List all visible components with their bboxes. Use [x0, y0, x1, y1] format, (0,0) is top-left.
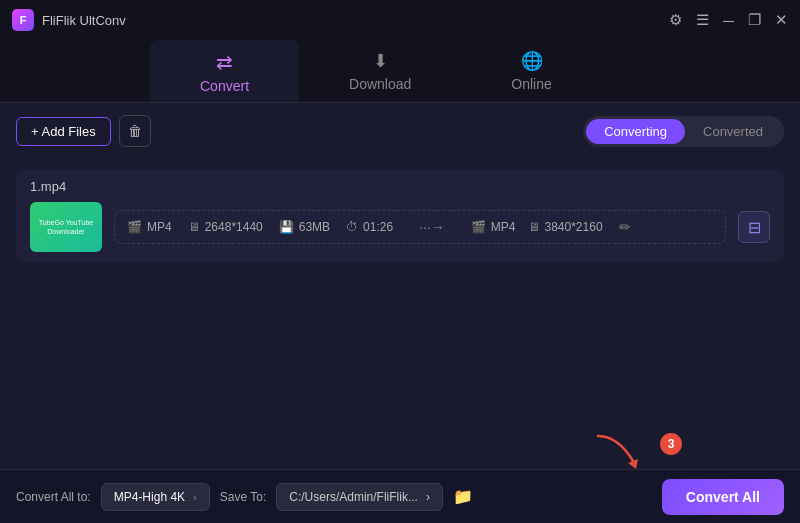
app-logo: F [12, 9, 34, 31]
output-meta: 🎬 MP4 🖥 3840*2160 ✏ [471, 219, 631, 235]
format-value: MP4-High 4K [114, 490, 185, 504]
logo-text: F [20, 14, 27, 26]
duration-icon: ⏱ [346, 220, 358, 234]
app-title: FliFlik UltConv [42, 13, 126, 28]
source-resolution: 🖥 2648*1440 [188, 220, 263, 234]
converted-label: Converted [703, 124, 763, 139]
bottom-bar: Convert All to: MP4-High 4K › Save To: C… [0, 469, 800, 523]
convert-tab-icon: ⇄ [216, 50, 233, 74]
close-icon[interactable]: ✕ [775, 11, 788, 29]
chevron-down-icon: › [193, 491, 197, 503]
source-size: 💾 63MB [279, 220, 330, 234]
pill-converting[interactable]: Converting [586, 119, 685, 144]
output-resolution-icon: 🖥 [528, 220, 540, 234]
tab-online[interactable]: 🌐 Online [461, 40, 601, 102]
tab-convert[interactable]: ⇄ Convert [150, 40, 299, 102]
size-icon: 💾 [279, 220, 294, 234]
edit-output-button[interactable]: ✏ [619, 219, 631, 235]
tab-download[interactable]: ⬇ Download [299, 40, 461, 102]
minimize-icon[interactable]: ─ [723, 12, 734, 29]
source-duration-value: 01:26 [363, 220, 393, 234]
online-tab-label: Online [511, 76, 551, 92]
file-thumbnail: TubeGo YouTube Downloader [30, 202, 102, 252]
output-format: 🎬 MP4 [471, 220, 516, 234]
online-tab-icon: 🌐 [521, 50, 543, 72]
save-path-chevron: › [426, 490, 430, 504]
folder-icon: 📁 [453, 488, 473, 505]
source-resolution-value: 2648*1440 [205, 220, 263, 234]
file-list: 1.mp4 TubeGo YouTube Downloader 🎬 MP4 🖥 … [0, 159, 800, 272]
converting-label: Converting [604, 124, 667, 139]
convert-all-label: Convert All [686, 489, 760, 505]
output-resolution-value: 3840*2160 [545, 220, 603, 234]
toolbar: + Add Files 🗑 Converting Converted [0, 103, 800, 159]
file-meta-box: 🎬 MP4 🖥 2648*1440 💾 63MB ⏱ 01:26 ·· [114, 210, 726, 244]
arrow-icon: ···→ [419, 219, 445, 235]
toolbar-left: + Add Files 🗑 [16, 115, 151, 147]
output-format-icon: 🎬 [471, 220, 486, 234]
pill-converted[interactable]: Converted [685, 119, 781, 144]
save-to-label: Save To: [220, 490, 266, 504]
restore-icon[interactable]: ❐ [748, 11, 761, 29]
add-files-button[interactable]: + Add Files [16, 117, 111, 146]
file-name: 1.mp4 [30, 179, 770, 194]
badge-number: 3 [668, 437, 675, 451]
title-bar-left: F FliFlik UltConv [12, 9, 126, 31]
add-files-label: + Add Files [31, 124, 96, 139]
source-size-value: 63MB [299, 220, 330, 234]
more-icon: ⊟ [748, 218, 761, 237]
save-path-value: C:/Users/Admin/FliFlik... [289, 490, 418, 504]
download-tab-icon: ⬇ [373, 50, 388, 72]
file-item: 1.mp4 TubeGo YouTube Downloader 🎬 MP4 🖥 … [16, 169, 784, 262]
convert-all-to-label: Convert All to: [16, 490, 91, 504]
title-bar-controls: ⚙ ☰ ─ ❐ ✕ [669, 11, 788, 29]
download-tab-label: Download [349, 76, 411, 92]
format-icon: 🎬 [127, 220, 142, 234]
delete-button[interactable]: 🗑 [119, 115, 151, 147]
trash-icon: 🗑 [128, 123, 142, 139]
browse-folder-button[interactable]: 📁 [453, 487, 473, 506]
save-path-selector[interactable]: C:/Users/Admin/FliFlik... › [276, 483, 443, 511]
notification-badge: 3 [660, 433, 682, 455]
menu-icon[interactable]: ☰ [696, 11, 709, 29]
source-format: 🎬 MP4 [127, 220, 172, 234]
arrow-indicator [588, 431, 648, 471]
status-pills: Converting Converted [583, 116, 784, 147]
convert-tab-label: Convert [200, 78, 249, 94]
title-bar: F FliFlik UltConv ⚙ ☰ ─ ❐ ✕ [0, 0, 800, 40]
more-options-button[interactable]: ⊟ [738, 211, 770, 243]
settings-icon[interactable]: ⚙ [669, 11, 682, 29]
resolution-icon: 🖥 [188, 220, 200, 234]
output-format-value: MP4 [491, 220, 516, 234]
source-duration: ⏱ 01:26 [346, 220, 393, 234]
thumb-text: TubeGo YouTube Downloader [33, 218, 99, 236]
output-resolution: 🖥 3840*2160 [528, 220, 603, 234]
nav-tabs: ⇄ Convert ⬇ Download 🌐 Online [0, 40, 800, 103]
convert-all-button[interactable]: Convert All [662, 479, 784, 515]
format-selector[interactable]: MP4-High 4K › [101, 483, 210, 511]
conversion-arrow: ···→ [409, 219, 455, 235]
source-format-value: MP4 [147, 220, 172, 234]
file-details: TubeGo YouTube Downloader 🎬 MP4 🖥 2648*1… [30, 202, 770, 252]
